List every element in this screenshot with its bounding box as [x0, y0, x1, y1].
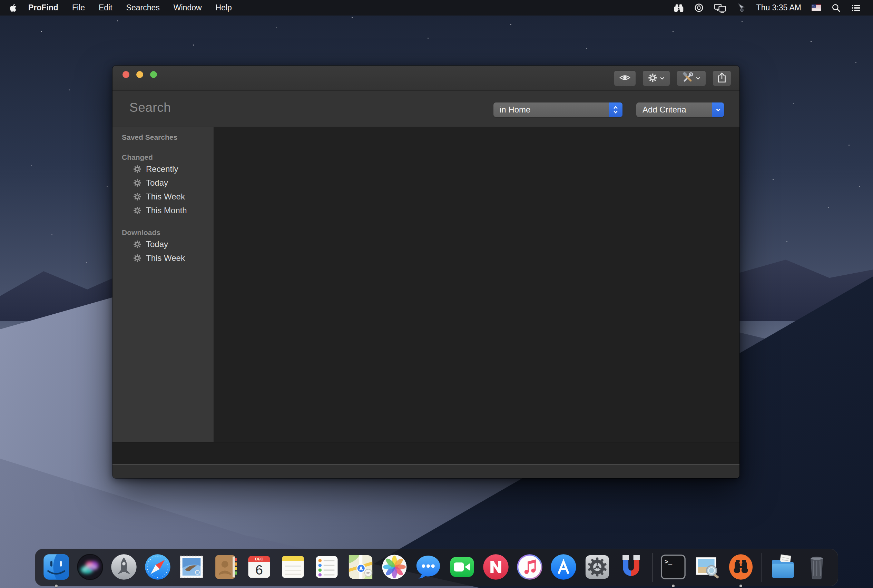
- chevron-down-icon: [696, 75, 700, 81]
- notification-center-icon[interactable]: [851, 4, 861, 12]
- saved-search-item[interactable]: Recently: [112, 162, 214, 176]
- quick-look-button[interactable]: [614, 70, 636, 86]
- gear-icon: [133, 165, 141, 173]
- minimize-button[interactable]: [136, 71, 143, 78]
- scope-popup[interactable]: in Home: [494, 102, 622, 117]
- close-button[interactable]: [123, 71, 129, 78]
- dock-separator: [762, 553, 762, 582]
- dock-siri[interactable]: [76, 552, 105, 582]
- saved-search-item[interactable]: This Week: [112, 190, 214, 204]
- saved-search-label: This Week: [146, 192, 185, 201]
- dock-mail[interactable]: [177, 552, 206, 582]
- svg-text:DEC: DEC: [255, 557, 263, 561]
- dock-safari[interactable]: [143, 552, 172, 582]
- saved-search-item[interactable]: This Week: [112, 251, 214, 265]
- dock-preview[interactable]: [693, 552, 722, 582]
- gear-icon: [133, 254, 141, 262]
- gear-icon: [133, 206, 141, 214]
- spotlight-icon[interactable]: [832, 3, 841, 12]
- share-button[interactable]: [712, 70, 731, 86]
- sidebar-title: Saved Searches: [112, 132, 214, 142]
- menu-bar: ProFind FileEditSearchesWindowHelp Thu 3…: [0, 0, 873, 15]
- sidebar-section-header: Changed: [112, 153, 214, 162]
- window-titlebar[interactable]: [112, 66, 740, 91]
- saved-search-label: Today: [146, 240, 168, 249]
- gear-icon: [648, 73, 657, 84]
- add-criteria-label: Add Criteria: [636, 105, 712, 115]
- results-area[interactable]: [214, 127, 740, 442]
- running-indicator: [672, 585, 675, 587]
- dock-maps[interactable]: 3D: [346, 552, 375, 582]
- saved-search-label: This Month: [146, 206, 187, 215]
- dock-profind[interactable]: [726, 552, 755, 582]
- menu-bar-status-area: Thu 3:35 AM: [674, 3, 873, 13]
- dock-finder[interactable]: [42, 552, 71, 582]
- svg-text:>_: >_: [664, 559, 672, 566]
- dock-photos[interactable]: [380, 552, 409, 582]
- add-criteria-button[interactable]: Add Criteria: [636, 102, 724, 117]
- window-status-strip: [112, 442, 740, 464]
- dock-contacts[interactable]: [211, 552, 240, 582]
- sidebar-sections: ChangedRecentlyTodayThis WeekThis MonthD…: [112, 153, 214, 265]
- window-body: Saved Searches ChangedRecentlyTodayThis …: [112, 127, 740, 442]
- menu-edit[interactable]: Edit: [99, 3, 112, 12]
- dock-news[interactable]: [482, 552, 510, 582]
- dock-messages[interactable]: [414, 552, 443, 582]
- dock-system-preferences[interactable]: [583, 552, 612, 582]
- chevron-down-icon: [660, 75, 664, 81]
- cursor-icon[interactable]: [737, 3, 746, 13]
- action-menu-button[interactable]: [642, 70, 670, 86]
- profind-window: Search in Home Add Criteria Saved Search…: [112, 66, 740, 478]
- dock-trash[interactable]: [802, 552, 831, 582]
- tools-menu-button[interactable]: [676, 70, 706, 86]
- dock-separator: [652, 553, 652, 582]
- status-icons: [674, 3, 746, 13]
- dock-launchpad[interactable]: [110, 552, 138, 582]
- menu-window[interactable]: Window: [174, 3, 202, 12]
- binoculars-icon[interactable]: [674, 3, 684, 12]
- saved-searches-sidebar: Saved Searches ChangedRecentlyTodayThis …: [112, 127, 214, 442]
- menu-searches[interactable]: Searches: [126, 3, 160, 12]
- gear-icon: [133, 240, 141, 249]
- dock-notes[interactable]: [279, 552, 308, 582]
- dock-facetime[interactable]: [447, 552, 477, 582]
- saved-search-item[interactable]: Today: [112, 176, 214, 190]
- pulldown-chevron-icon: [712, 102, 724, 117]
- svg-text:3D: 3D: [366, 571, 370, 575]
- menu-bar-left: ProFind FileEditSearchesWindowHelp: [0, 3, 246, 12]
- saved-search-label: Recently: [146, 164, 178, 174]
- hammer-wrench-icon: [682, 72, 693, 84]
- menu-app-name[interactable]: ProFind: [28, 3, 58, 12]
- eye-icon: [620, 74, 630, 83]
- circle-zero-icon[interactable]: [694, 3, 704, 12]
- dock-terminal[interactable]: >_: [659, 552, 688, 582]
- saved-search-item[interactable]: Today: [112, 237, 214, 251]
- zoom-button[interactable]: [150, 71, 157, 78]
- share-icon: [717, 72, 726, 84]
- dock-calendar[interactable]: DEC6: [244, 552, 274, 582]
- running-indicator: [740, 585, 742, 587]
- svg-text:6: 6: [255, 562, 263, 577]
- scope-popup-value: in Home: [494, 105, 609, 115]
- gear-icon: [133, 192, 141, 201]
- running-indicator: [55, 585, 58, 587]
- apple-menu-icon[interactable]: [9, 3, 16, 12]
- dock-reminders[interactable]: [312, 552, 341, 582]
- dock-itunes[interactable]: [515, 552, 544, 582]
- saved-search-item[interactable]: This Month: [112, 204, 214, 218]
- menu-items: FileEditSearchesWindowHelp: [72, 3, 246, 12]
- saved-search-label: Today: [146, 178, 168, 188]
- input-source-flag-icon[interactable]: [812, 4, 821, 11]
- saved-search-label: This Week: [146, 253, 185, 263]
- displays-icon[interactable]: [714, 3, 726, 13]
- window-toolbar: [614, 70, 731, 86]
- search-field[interactable]: Search: [129, 100, 171, 115]
- dock-app-store[interactable]: [549, 552, 578, 582]
- dock: DEC63D>_: [35, 549, 838, 586]
- dock-documents-folder[interactable]: [768, 552, 797, 582]
- menu-file[interactable]: File: [72, 3, 85, 12]
- popup-updown-chevrons-icon: [609, 102, 622, 117]
- menu-help[interactable]: Help: [216, 3, 232, 12]
- dock-magnet[interactable]: [616, 552, 646, 582]
- menu-clock[interactable]: Thu 3:35 AM: [756, 3, 801, 12]
